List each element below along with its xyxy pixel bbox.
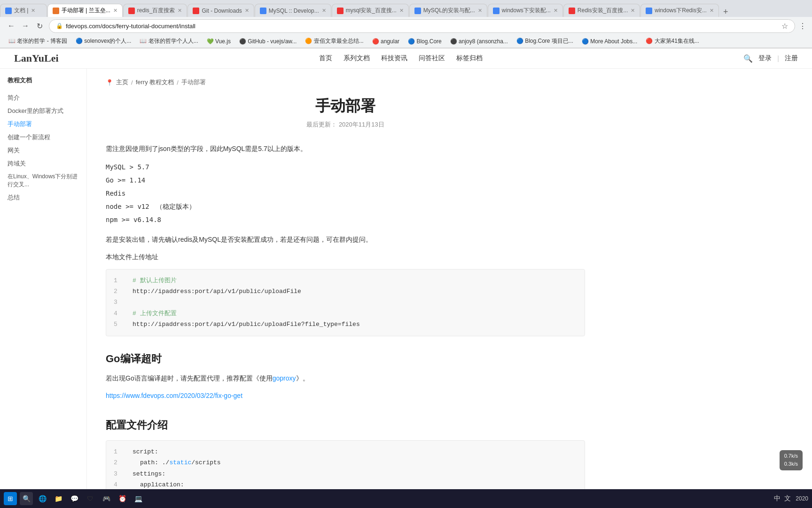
tab-label: redis_百度搜索: [137, 7, 175, 15]
nav-tags[interactable]: 标签归档: [456, 54, 483, 63]
tab-favicon: [493, 8, 500, 14]
bookmark-item[interactable]: ⚫ GitHub - vuejs/aw...: [236, 37, 299, 46]
content-wrapper: 教程文档 简介 Docker里的部署方式 手动部署 创建一个新流程 网关 跨域关…: [0, 69, 812, 508]
req-item: Redis: [106, 187, 585, 200]
browser-tab[interactable]: Git - Downloads ✕: [187, 4, 254, 17]
tab-close-button[interactable]: ✕: [631, 8, 635, 14]
tab-close-button[interactable]: ✕: [178, 8, 182, 14]
static-link[interactable]: static: [169, 457, 191, 468]
browser-tab[interactable]: redis_百度搜索 ✕: [123, 4, 187, 17]
code-line: 2 path: ./static/scripts: [106, 457, 585, 468]
tab-close-button[interactable]: ✕: [710, 8, 714, 14]
nav-tech-news[interactable]: 科技资讯: [381, 54, 407, 63]
browser-tab[interactable]: MySQL的安装与配... ✕: [409, 4, 487, 17]
sidebar-item-cross[interactable]: 跨域关: [0, 157, 86, 170]
taskbar-search[interactable]: 🔍: [20, 492, 33, 505]
sidebar-item-new-flow[interactable]: 创建一个新流程: [0, 131, 86, 144]
browser-tab-active[interactable]: 手动部署 | 兰玉垒... ✕: [47, 4, 123, 17]
goproxy-link[interactable]: goproxy: [273, 374, 296, 382]
sidebar-item-cross-compile[interactable]: 在Linux、Windows下分别进行交叉...: [0, 170, 86, 191]
taskbar-ime[interactable]: 文: [784, 494, 791, 503]
bookmark-item[interactable]: 🔴 大家第41集在线...: [643, 36, 702, 46]
bookmark-item[interactable]: 🔵 Blog.Core: [405, 37, 445, 46]
taskbar-lang[interactable]: 中: [774, 494, 781, 503]
code-url: http://ipaddress:port/api/v1/public/uplo…: [133, 319, 360, 330]
nav-series-docs[interactable]: 系列文档: [344, 54, 370, 63]
taskbar-right: 中 文 2020: [774, 494, 808, 503]
extensions-button[interactable]: ⋮: [799, 22, 806, 31]
forward-button[interactable]: →: [20, 20, 31, 32]
register-link[interactable]: 注册: [785, 54, 798, 63]
nav-qa[interactable]: 问答社区: [419, 54, 445, 63]
breadcrumb: 📍 主页 / ferry 教程文档 / 手动部署: [106, 78, 585, 87]
line-number: 2: [114, 286, 125, 297]
bookmark-item[interactable]: 🔵 solenovex的个人...: [73, 36, 134, 46]
new-tab-button[interactable]: +: [719, 7, 732, 17]
taskbar-clock-app[interactable]: ⏰: [116, 492, 129, 505]
browser-tab[interactable]: windows下Redis安... ✕: [640, 4, 719, 17]
browser-tab[interactable]: MySQL :: Develop... ✕: [255, 4, 331, 17]
taskbar-shield[interactable]: 🛡: [84, 492, 97, 505]
tab-label: mysql安装_百度搜...: [346, 7, 397, 15]
reload-button[interactable]: ↻: [34, 20, 45, 32]
tab-favicon: [414, 8, 421, 14]
breadcrumb-docs[interactable]: ferry 教程文档: [136, 78, 174, 87]
tab-favicon: [193, 8, 199, 14]
line-number: 4: [114, 308, 125, 319]
sidebar-item-intro[interactable]: 简介: [0, 91, 86, 104]
tab-close-button[interactable]: ✕: [399, 8, 404, 14]
taskbar-wechat[interactable]: 💬: [68, 492, 81, 505]
sidebar-item-gateway[interactable]: 网关: [0, 144, 86, 157]
tab-close-button[interactable]: ✕: [113, 8, 117, 14]
breadcrumb-sep2: /: [177, 79, 179, 86]
login-link[interactable]: 登录: [758, 54, 772, 63]
address-bar: ← → ↻ 🔒 fdevops.com/docs/ferry-tutorial-…: [0, 17, 812, 35]
code-line: 1 script:: [106, 446, 585, 457]
bookmark-item[interactable]: 📖 老张的哲学 - 博客园: [6, 36, 70, 46]
tab-close-button[interactable]: ✕: [31, 8, 35, 14]
bookmark-star-icon[interactable]: ☆: [781, 22, 788, 31]
browser-tab[interactable]: mysql安装_百度搜... ✕: [332, 4, 409, 17]
taskbar-explorer[interactable]: 📁: [52, 492, 65, 505]
bookmark-item[interactable]: 🟠 壹佰文章最全总结...: [302, 36, 366, 46]
start-button[interactable]: ⊞: [4, 492, 17, 505]
tab-close-button[interactable]: ✕: [478, 8, 482, 14]
bookmark-item[interactable]: 💚 Vue.js: [204, 37, 234, 46]
tab-favicon: [5, 8, 12, 14]
sidebar-item-manual[interactable]: 手动部署: [0, 118, 86, 131]
code-line: 3 settings:: [106, 468, 585, 479]
go-fix-link[interactable]: https://www.fdevops.com/2020/03/22/fix-g…: [106, 392, 242, 399]
tab-close-button[interactable]: ✕: [554, 8, 558, 14]
taskbar-game[interactable]: 🎮: [100, 492, 113, 505]
sidebar: 教程文档 简介 Docker里的部署方式 手动部署 创建一个新流程 网关 跨域关…: [0, 69, 87, 508]
browser-tab[interactable]: Redis安装_百度搜... ✕: [563, 4, 640, 17]
code-block-upload: 1 # 默认上传图片 2 http://ipaddress:port/api/v…: [106, 269, 585, 336]
breadcrumb-home[interactable]: 主页: [116, 78, 128, 87]
nav-home[interactable]: 首页: [319, 54, 332, 63]
tab-label: windows下安装配...: [502, 7, 551, 15]
bookmark-item[interactable]: ⚫ anjoy8 (ansonzha...: [447, 37, 511, 46]
lock-icon: 🔒: [56, 23, 63, 29]
sidebar-item-summary[interactable]: 总结: [0, 191, 86, 204]
speed-indicator: 0.7k/s 0.3k/s: [780, 450, 803, 470]
tab-favicon: [569, 8, 575, 14]
bookmark-item[interactable]: 🔵 More About Jobs...: [579, 37, 640, 46]
sidebar-item-docker[interactable]: Docker里的部署方式: [0, 104, 86, 118]
bookmark-item[interactable]: 🔴 angular: [369, 37, 402, 46]
site-logo: LanYuLei: [14, 52, 59, 64]
line-number: 3: [114, 297, 125, 308]
tab-close-button[interactable]: ✕: [245, 8, 249, 14]
bookmark-item[interactable]: 📖 老张的哲学个人人...: [137, 36, 201, 46]
location-icon: 📍: [106, 79, 113, 86]
taskbar-edge[interactable]: 🌐: [36, 492, 49, 505]
site-header: LanYuLei 首页 系列文档 科技资讯 问答社区 标签归档 🔍 登录 | 注…: [0, 48, 812, 69]
back-button[interactable]: ←: [6, 20, 17, 32]
tab-close-button[interactable]: ✕: [322, 8, 326, 14]
bookmark-item[interactable]: 🔵 Blog.Core 项目已...: [514, 36, 576, 46]
browser-tab[interactable]: windows下安装配... ✕: [488, 4, 563, 17]
req-item: node >= v12 （稳定版本）: [106, 200, 585, 213]
taskbar-terminal[interactable]: 💻: [132, 492, 145, 505]
url-bar[interactable]: 🔒 fdevops.com/docs/ferry-tutorial-docume…: [49, 19, 795, 33]
browser-tab[interactable]: 文档 | ✕: [0, 4, 47, 17]
search-button[interactable]: 🔍: [743, 54, 753, 63]
